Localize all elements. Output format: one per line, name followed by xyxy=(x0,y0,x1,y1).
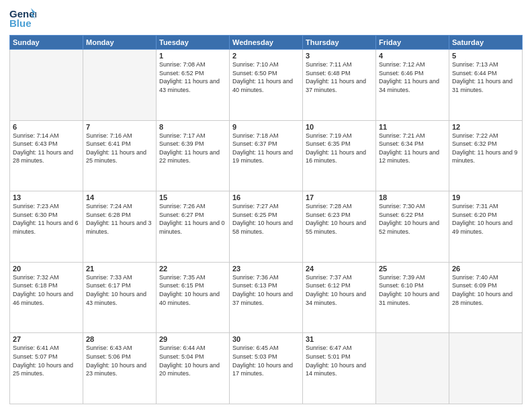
day-number: 21 xyxy=(86,265,153,273)
calendar-cell: 17Sunrise: 7:28 AMSunset: 6:23 PMDayligh… xyxy=(303,191,376,263)
day-info: Sunrise: 7:13 AMSunset: 6:44 PMDaylight:… xyxy=(452,60,519,94)
day-info: Sunrise: 7:39 AMSunset: 6:10 PMDaylight:… xyxy=(379,273,446,307)
day-number: 27 xyxy=(13,335,80,343)
day-number: 15 xyxy=(159,193,226,201)
calendar-cell: 5Sunrise: 7:13 AMSunset: 6:44 PMDaylight… xyxy=(449,50,523,121)
day-number: 26 xyxy=(452,265,519,273)
day-info: Sunrise: 6:47 AMSunset: 5:01 PMDaylight:… xyxy=(306,344,373,377)
day-info: Sunrise: 7:26 AMSunset: 6:27 PMDaylight:… xyxy=(159,202,226,236)
calendar-cell: 29Sunrise: 6:44 AMSunset: 5:04 PMDayligh… xyxy=(157,333,230,404)
calendar-cell: 19Sunrise: 7:31 AMSunset: 6:20 PMDayligh… xyxy=(449,191,523,263)
logo-icon: General Blue xyxy=(9,7,36,31)
day-number: 4 xyxy=(379,52,446,60)
day-number: 10 xyxy=(306,123,373,131)
calendar-cell xyxy=(10,50,83,121)
svg-text:Blue: Blue xyxy=(9,17,32,29)
day-info: Sunrise: 7:28 AMSunset: 6:23 PMDaylight:… xyxy=(306,202,373,236)
calendar-cell: 10Sunrise: 7:19 AMSunset: 6:35 PMDayligh… xyxy=(303,120,376,191)
calendar-cell: 24Sunrise: 7:37 AMSunset: 6:12 PMDayligh… xyxy=(303,262,376,333)
day-info: Sunrise: 6:43 AMSunset: 5:06 PMDaylight:… xyxy=(86,344,153,377)
day-number: 20 xyxy=(13,265,80,273)
day-info: Sunrise: 6:44 AMSunset: 5:04 PMDaylight:… xyxy=(159,344,226,377)
day-info: Sunrise: 7:37 AMSunset: 6:12 PMDaylight:… xyxy=(306,273,373,307)
logo: General Blue xyxy=(9,7,36,31)
calendar-cell: 14Sunrise: 7:24 AMSunset: 6:28 PMDayligh… xyxy=(83,191,157,263)
calendar-cell: 9Sunrise: 7:18 AMSunset: 6:37 PMDaylight… xyxy=(230,120,303,191)
calendar-cell xyxy=(376,333,449,404)
weekday-tuesday: Tuesday xyxy=(157,36,230,50)
day-info: Sunrise: 7:17 AMSunset: 6:39 PMDaylight:… xyxy=(159,132,226,165)
calendar-cell: 25Sunrise: 7:39 AMSunset: 6:10 PMDayligh… xyxy=(376,262,449,333)
day-info: Sunrise: 6:41 AMSunset: 5:07 PMDaylight:… xyxy=(13,344,80,377)
calendar-cell: 27Sunrise: 6:41 AMSunset: 5:07 PMDayligh… xyxy=(10,333,83,404)
day-number: 23 xyxy=(232,265,300,273)
day-number: 1 xyxy=(159,52,226,60)
week-row-1: 6Sunrise: 7:14 AMSunset: 6:43 PMDaylight… xyxy=(10,120,523,191)
day-number: 17 xyxy=(306,193,373,201)
calendar-cell: 15Sunrise: 7:26 AMSunset: 6:27 PMDayligh… xyxy=(157,191,230,263)
calendar-cell: 7Sunrise: 7:16 AMSunset: 6:41 PMDaylight… xyxy=(83,120,157,191)
day-info: Sunrise: 7:11 AMSunset: 6:48 PMDaylight:… xyxy=(306,60,373,94)
header: General Blue xyxy=(9,7,523,31)
day-number: 5 xyxy=(452,52,519,60)
day-info: Sunrise: 7:10 AMSunset: 6:50 PMDaylight:… xyxy=(232,60,300,94)
calendar-cell: 31Sunrise: 6:47 AMSunset: 5:01 PMDayligh… xyxy=(303,333,376,404)
calendar-cell: 1Sunrise: 7:08 AMSunset: 6:52 PMDaylight… xyxy=(157,50,230,121)
day-number: 13 xyxy=(13,193,80,201)
day-number: 2 xyxy=(232,52,300,60)
weekday-header-row: SundayMondayTuesdayWednesdayThursdayFrid… xyxy=(10,36,523,50)
day-number: 9 xyxy=(232,123,300,131)
day-info: Sunrise: 7:24 AMSunset: 6:28 PMDaylight:… xyxy=(86,202,153,236)
day-number: 16 xyxy=(232,193,300,201)
day-number: 22 xyxy=(159,265,226,273)
day-info: Sunrise: 7:12 AMSunset: 6:46 PMDaylight:… xyxy=(379,60,446,94)
day-info: Sunrise: 7:33 AMSunset: 6:17 PMDaylight:… xyxy=(86,273,153,307)
day-info: Sunrise: 7:21 AMSunset: 6:34 PMDaylight:… xyxy=(379,132,446,165)
day-info: Sunrise: 7:16 AMSunset: 6:41 PMDaylight:… xyxy=(86,132,153,165)
calendar-cell: 4Sunrise: 7:12 AMSunset: 6:46 PMDaylight… xyxy=(376,50,449,121)
calendar-cell: 11Sunrise: 7:21 AMSunset: 6:34 PMDayligh… xyxy=(376,120,449,191)
day-number: 3 xyxy=(306,52,373,60)
day-number: 7 xyxy=(86,123,153,131)
week-row-4: 27Sunrise: 6:41 AMSunset: 5:07 PMDayligh… xyxy=(10,333,523,404)
calendar-cell: 6Sunrise: 7:14 AMSunset: 6:43 PMDaylight… xyxy=(10,120,83,191)
calendar-cell xyxy=(449,333,523,404)
day-number: 25 xyxy=(379,265,446,273)
day-number: 19 xyxy=(452,193,519,201)
day-number: 11 xyxy=(379,123,446,131)
calendar-cell: 2Sunrise: 7:10 AMSunset: 6:50 PMDaylight… xyxy=(230,50,303,121)
day-info: Sunrise: 7:22 AMSunset: 6:32 PMDaylight:… xyxy=(452,132,519,165)
day-info: Sunrise: 7:14 AMSunset: 6:43 PMDaylight:… xyxy=(13,132,80,165)
day-info: Sunrise: 7:08 AMSunset: 6:52 PMDaylight:… xyxy=(159,60,226,94)
calendar-cell: 30Sunrise: 6:45 AMSunset: 5:03 PMDayligh… xyxy=(230,333,303,404)
calendar-cell: 21Sunrise: 7:33 AMSunset: 6:17 PMDayligh… xyxy=(83,262,157,333)
day-number: 31 xyxy=(306,335,373,343)
day-info: Sunrise: 7:30 AMSunset: 6:22 PMDaylight:… xyxy=(379,202,446,236)
week-row-3: 20Sunrise: 7:32 AMSunset: 6:18 PMDayligh… xyxy=(10,262,523,333)
weekday-friday: Friday xyxy=(376,36,449,50)
weekday-monday: Monday xyxy=(83,36,157,50)
weekday-thursday: Thursday xyxy=(303,36,376,50)
day-info: Sunrise: 6:45 AMSunset: 5:03 PMDaylight:… xyxy=(232,344,300,377)
day-info: Sunrise: 7:19 AMSunset: 6:35 PMDaylight:… xyxy=(306,132,373,165)
day-number: 29 xyxy=(159,335,226,343)
page: General Blue SundayMondayTuesdayWednesda… xyxy=(0,0,532,411)
day-number: 12 xyxy=(452,123,519,131)
day-number: 8 xyxy=(159,123,226,131)
day-info: Sunrise: 7:36 AMSunset: 6:13 PMDaylight:… xyxy=(232,273,300,307)
week-row-0: 1Sunrise: 7:08 AMSunset: 6:52 PMDaylight… xyxy=(10,50,523,121)
calendar-cell: 3Sunrise: 7:11 AMSunset: 6:48 PMDaylight… xyxy=(303,50,376,121)
week-row-2: 13Sunrise: 7:23 AMSunset: 6:30 PMDayligh… xyxy=(10,191,523,263)
weekday-saturday: Saturday xyxy=(449,36,523,50)
calendar-cell xyxy=(83,50,157,121)
day-number: 28 xyxy=(86,335,153,343)
day-info: Sunrise: 7:35 AMSunset: 6:15 PMDaylight:… xyxy=(159,273,226,307)
day-number: 30 xyxy=(232,335,300,343)
day-info: Sunrise: 7:32 AMSunset: 6:18 PMDaylight:… xyxy=(13,273,80,307)
day-info: Sunrise: 7:18 AMSunset: 6:37 PMDaylight:… xyxy=(232,132,300,165)
day-number: 14 xyxy=(86,193,153,201)
calendar-cell: 28Sunrise: 6:43 AMSunset: 5:06 PMDayligh… xyxy=(83,333,157,404)
calendar-cell: 16Sunrise: 7:27 AMSunset: 6:25 PMDayligh… xyxy=(230,191,303,263)
day-info: Sunrise: 7:23 AMSunset: 6:30 PMDaylight:… xyxy=(13,202,80,236)
day-info: Sunrise: 7:31 AMSunset: 6:20 PMDaylight:… xyxy=(452,202,519,236)
